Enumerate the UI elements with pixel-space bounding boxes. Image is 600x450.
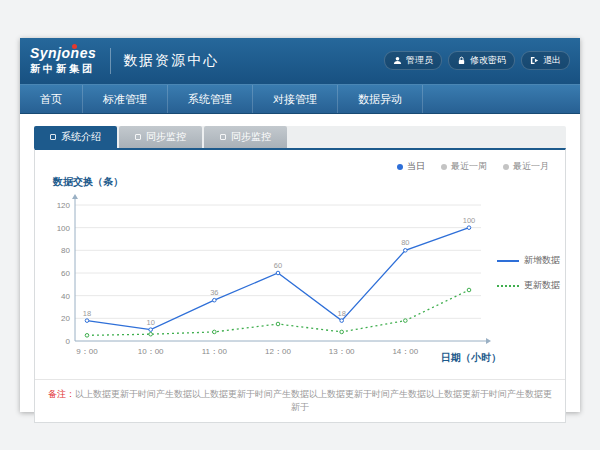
svg-text:40: 40 <box>61 292 70 301</box>
user-icon <box>393 56 402 65</box>
nav-item-data-change[interactable]: 数据异动 <box>338 85 423 113</box>
legend-line-solid-icon <box>497 260 519 262</box>
logout-button[interactable]: 退出 <box>521 51 570 70</box>
svg-text:36: 36 <box>210 288 218 297</box>
user-button[interactable]: 管理员 <box>384 51 442 70</box>
chart-row: 0204060801001209：0010：0011：0012：0013：001… <box>35 189 565 367</box>
lock-icon <box>457 56 466 65</box>
svg-text:80: 80 <box>61 246 70 255</box>
svg-text:9：00: 9：00 <box>76 347 98 356</box>
filter-label: 最近一周 <box>451 160 487 173</box>
svg-text:80: 80 <box>401 238 409 247</box>
footnote: 备注：以上数据更新于时间产生数据以上数据更新于时间产生数据以上数据更新于时间产生… <box>35 379 565 418</box>
footnote-prefix: 备注： <box>48 389 75 399</box>
content-area: 系统介绍 同步监控 同步监控 当日 最近一周 <box>20 114 580 423</box>
header: Synjones 新中新集团 数据资源中心 管理员 修改密码 <box>20 38 580 84</box>
filter-today[interactable]: 当日 <box>397 160 425 173</box>
svg-text:100: 100 <box>57 224 71 233</box>
legend-item-updated-data: 更新数据 <box>497 279 565 292</box>
main-nav: 首页 标准管理 系统管理 对接管理 数据异动 <box>20 84 580 114</box>
legend-item-new-data: 新增数据 <box>497 254 565 267</box>
y-axis-title: 数据交换（条） <box>53 175 565 189</box>
change-password-label: 修改密码 <box>470 54 506 67</box>
tab-icon <box>50 134 56 140</box>
svg-text:11：00: 11：00 <box>202 347 228 356</box>
logout-label: 退出 <box>543 54 561 67</box>
tab-sync-monitor-1[interactable]: 同步监控 <box>119 126 202 148</box>
logo-red-dot-icon <box>72 44 77 49</box>
footnote-text: 以上数据更新于时间产生数据以上数据更新于时间产生数据以上数据更新于时间产生数据以… <box>75 389 552 412</box>
legend-label: 更新数据 <box>524 279 560 292</box>
tab-label: 同步监控 <box>146 126 186 148</box>
legend-line-dotted-icon <box>497 285 519 287</box>
svg-text:14：00: 14：00 <box>392 347 418 356</box>
radio-dot-icon <box>441 164 447 170</box>
nav-item-connect-mgmt[interactable]: 对接管理 <box>253 85 338 113</box>
svg-text:100: 100 <box>463 216 476 225</box>
user-label: 管理员 <box>406 54 433 67</box>
svg-text:12：00: 12：00 <box>265 347 291 356</box>
logo: Synjones 新中新集团 <box>30 46 108 76</box>
svg-text:13：00: 13：00 <box>329 347 355 356</box>
filter-last-month[interactable]: 最近一月 <box>503 160 549 173</box>
svg-text:10：00: 10：00 <box>138 347 164 356</box>
line-chart: 0204060801001209：0010：0011：0012：0013：001… <box>41 189 497 367</box>
tab-label: 同步监控 <box>231 126 271 148</box>
legend-label: 新增数据 <box>524 254 560 267</box>
logo-subtitle: 新中新集团 <box>30 62 96 76</box>
header-divider <box>110 48 111 74</box>
filter-last-week[interactable]: 最近一周 <box>441 160 487 173</box>
app-title: 数据资源中心 <box>123 52 219 70</box>
change-password-button[interactable]: 修改密码 <box>448 51 515 70</box>
filter-label: 当日 <box>407 160 425 173</box>
tab-sync-monitor-2[interactable]: 同步监控 <box>204 126 287 148</box>
header-actions: 管理员 修改密码 退出 <box>384 51 570 70</box>
logout-icon <box>530 56 539 65</box>
svg-text:60: 60 <box>274 261 282 270</box>
tab-icon <box>220 134 226 140</box>
svg-text:18: 18 <box>337 309 345 318</box>
tab-system-intro[interactable]: 系统介绍 <box>34 126 117 148</box>
svg-text:0: 0 <box>66 337 71 346</box>
radio-dot-icon <box>503 164 509 170</box>
app-window: Synjones 新中新集团 数据资源中心 管理员 修改密码 <box>20 38 580 412</box>
nav-item-standard-mgmt[interactable]: 标准管理 <box>83 85 168 113</box>
chart-legend: 新增数据 更新数据 <box>497 254 565 292</box>
svg-text:60: 60 <box>61 269 70 278</box>
svg-text:18: 18 <box>83 309 91 318</box>
tab-bar: 系统介绍 同步监控 同步监控 <box>34 126 566 148</box>
nav-item-system-mgmt[interactable]: 系统管理 <box>168 85 253 113</box>
chart-panel: 当日 最近一周 最近一月 数据交换（条） 0204060801001209：00… <box>34 148 566 423</box>
svg-text:10: 10 <box>146 318 154 327</box>
tab-label: 系统介绍 <box>61 126 101 148</box>
tab-icon <box>135 134 141 140</box>
nav-item-home[interactable]: 首页 <box>20 85 83 113</box>
radio-dot-icon <box>397 164 403 170</box>
time-range-filters: 当日 最近一周 最近一月 <box>35 150 565 173</box>
logo-text: Synjones <box>30 46 96 60</box>
svg-text:20: 20 <box>61 314 70 323</box>
filter-label: 最近一月 <box>513 160 549 173</box>
svg-text:120: 120 <box>57 201 71 210</box>
